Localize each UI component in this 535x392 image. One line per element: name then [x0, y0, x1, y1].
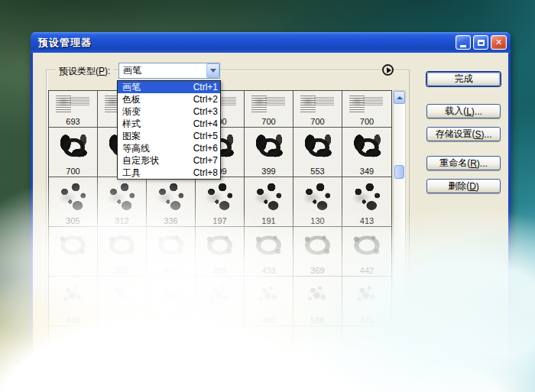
menu-item[interactable]: 画笔Ctrl+1 — [118, 81, 220, 93]
menu-item[interactable]: 样式Ctrl+4 — [118, 118, 220, 130]
brush-thumbnail — [343, 128, 391, 167]
preset-cell[interactable]: 586 — [293, 277, 342, 326]
preset-cell[interactable]: 191 — [245, 177, 293, 227]
preset-cell[interactable] — [49, 326, 98, 351]
scroll-up-button[interactable] — [394, 91, 405, 104]
preset-cell[interactable]: 336 — [147, 177, 196, 227]
maximize-icon — [478, 40, 485, 46]
brush-size-label: 433 — [245, 266, 293, 275]
brush-size-label: 305 — [49, 216, 97, 225]
desktop-background: { "window": { "title": "预设管理器" }, "prese… — [0, 0, 535, 392]
menu-item-label: 等高线 — [122, 142, 193, 155]
maximize-button[interactable] — [473, 35, 488, 50]
minimize-button[interactable] — [456, 35, 471, 50]
brush-size-label: 450 — [245, 316, 293, 325]
preset-cell[interactable]: 700 — [342, 91, 391, 128]
brush-thumbnail — [294, 327, 341, 340]
brush-size-label: 700 — [245, 117, 293, 126]
preset-cell[interactable]: 349 — [342, 128, 391, 177]
scrollbar-thumb[interactable] — [394, 165, 404, 179]
preset-cell[interactable]: 130 — [293, 177, 342, 227]
preset-cell[interactable] — [245, 326, 293, 351]
brush-thumbnail — [50, 128, 96, 167]
menu-item[interactable]: 自定形状Ctrl+7 — [118, 154, 220, 167]
preset-cell[interactable]: 197 — [196, 177, 245, 227]
brush-thumbnail — [148, 178, 194, 216]
preset-cell[interactable]: 386 — [196, 227, 245, 277]
brush-size-label: 553 — [293, 167, 342, 176]
minimize-icon — [460, 45, 466, 47]
preset-cell[interactable] — [293, 326, 342, 351]
preset-cell[interactable]: 553 — [293, 128, 342, 177]
brush-thumbnail — [245, 178, 292, 216]
done-button[interactable]: 完成 — [426, 72, 501, 86]
brush-thumbnail — [196, 277, 243, 316]
brush-thumbnail — [148, 277, 194, 316]
brush-thumbnail — [294, 128, 341, 167]
menu-item-label: 工具 — [122, 167, 193, 180]
menu-item-label: 图案 — [122, 130, 193, 143]
brush-thumbnail — [148, 327, 194, 340]
preset-cell[interactable]: 399 — [245, 128, 293, 177]
preset-cell[interactable]: 450 — [147, 277, 196, 326]
menu-item[interactable]: 渐变Ctrl+3 — [118, 105, 220, 118]
brush-thumbnail — [245, 327, 292, 340]
preset-cell[interactable]: 700 — [293, 91, 342, 128]
brush-size-label: 197 — [196, 216, 244, 225]
preset-cell[interactable] — [147, 326, 196, 351]
menu-item-shortcut: Ctrl+8 — [193, 167, 218, 178]
preset-cell[interactable]: 450 — [245, 277, 293, 326]
preset-cell[interactable] — [98, 326, 147, 351]
preset-flyout-menu-button[interactable] — [382, 64, 394, 76]
preset-cell[interactable]: 700 — [245, 91, 293, 128]
menu-item[interactable]: 工具Ctrl+8 — [118, 167, 220, 179]
brush-thumbnail — [343, 228, 391, 266]
grid-scrollbar[interactable] — [393, 90, 406, 352]
brush-size-label: 457 — [196, 316, 244, 325]
load-button[interactable]: 载入(L)... — [426, 104, 501, 118]
preset-cell[interactable]: 700 — [49, 128, 98, 177]
preset-cell[interactable]: 316 — [98, 227, 147, 277]
preset-cell[interactable] — [196, 326, 245, 351]
title-bar[interactable]: 预设管理器 ✕ — [31, 32, 511, 53]
preset-cell[interactable]: 450 — [98, 277, 147, 326]
brush-size-label: 442 — [342, 266, 391, 275]
preset-cell[interactable]: 369 — [293, 227, 342, 277]
preset-cell[interactable] — [49, 227, 98, 277]
preset-type-select[interactable]: 画笔 — [118, 63, 220, 79]
menu-item[interactable]: 色板Ctrl+2 — [118, 93, 220, 105]
menu-item[interactable]: 等高线Ctrl+6 — [118, 142, 220, 154]
preset-cell[interactable]: 443 — [49, 277, 98, 326]
brush-thumbnail — [99, 178, 145, 216]
preset-cell[interactable]: 426 — [342, 277, 391, 326]
preset-cell[interactable]: 442 — [342, 227, 391, 277]
chevron-up-icon — [397, 93, 403, 99]
brush-size-label: 369 — [293, 266, 342, 275]
preset-cell[interactable]: 305 — [49, 177, 98, 227]
menu-item-shortcut: Ctrl+1 — [193, 82, 218, 92]
brush-size-label: 386 — [196, 266, 244, 275]
preset-cell[interactable]: 433 — [245, 227, 293, 277]
brush-size-label: 413 — [342, 216, 391, 225]
brush-thumbnail — [294, 228, 341, 266]
menu-item[interactable]: 图案Ctrl+5 — [118, 130, 220, 142]
preset-cell[interactable]: 434 — [147, 227, 196, 277]
close-button[interactable]: ✕ — [491, 35, 507, 50]
preset-cell[interactable]: 413 — [342, 177, 391, 227]
brush-thumbnail — [294, 277, 341, 316]
preset-cell[interactable]: 312 — [98, 177, 147, 227]
save-set-button[interactable]: 存储设置(S)... — [426, 127, 501, 141]
menu-item-label: 渐变 — [122, 105, 193, 118]
delete-button[interactable]: 删除(D) — [426, 179, 501, 193]
brush-thumbnail — [50, 277, 96, 316]
preset-cell[interactable] — [342, 326, 391, 351]
preset-manager-dialog: 预设管理器 ✕ 预设类型(P): 画笔 69370070070070070040… — [31, 32, 511, 358]
combo-dropdown-button[interactable] — [206, 63, 219, 78]
rename-button[interactable]: 重命名(R)... — [426, 156, 501, 170]
preset-cell[interactable]: 693 — [49, 91, 98, 128]
brush-size-label: 191 — [245, 216, 293, 225]
menu-item-shortcut: Ctrl+5 — [193, 131, 218, 141]
chevron-down-icon — [210, 69, 216, 76]
preset-cell[interactable]: 457 — [196, 277, 245, 326]
preset-type-menu: 画笔Ctrl+1色板Ctrl+2渐变Ctrl+3样式Ctrl+4图案Ctrl+5… — [117, 80, 221, 180]
